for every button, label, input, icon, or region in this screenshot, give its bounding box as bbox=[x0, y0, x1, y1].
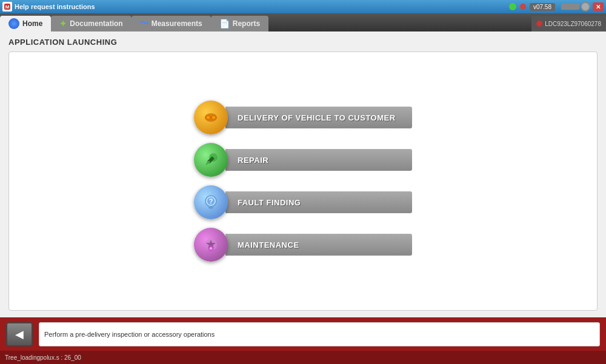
delivery-icon bbox=[194, 101, 228, 134]
svg-rect-4 bbox=[206, 116, 210, 119]
delivery-label: DELIVERY OF VEHICLE TO CUSTOMER bbox=[225, 107, 412, 128]
tab-home[interactable]: Home bbox=[0, 16, 51, 31]
maintenance-icon bbox=[194, 228, 228, 262]
version-label: v07.58 bbox=[530, 3, 555, 11]
vehicle-id: LDC923LZ97060278 bbox=[545, 21, 601, 27]
tab-home-label: Home bbox=[22, 19, 42, 28]
svg-text:?: ? bbox=[209, 197, 213, 205]
app-panel: DELIVERY OF VEHICLE TO CUSTOMER REPAIR bbox=[8, 51, 598, 311]
fault-label: FAULT FINDING bbox=[225, 191, 412, 213]
tab-reports[interactable]: 📄 Reports bbox=[211, 16, 268, 31]
tab-measurements-label: Measurements bbox=[152, 19, 202, 28]
tab-documentation[interactable]: ✦ Documentation bbox=[51, 16, 131, 31]
maintenance-label: MAINTENANCE bbox=[225, 234, 412, 256]
back-arrow-icon: ◀ bbox=[15, 328, 24, 341]
repair-icon bbox=[194, 143, 228, 177]
home-icon bbox=[8, 18, 19, 29]
tab-reports-label: Reports bbox=[233, 19, 260, 28]
status-message-box: Perform a pre-delivery inspection or acc… bbox=[39, 322, 600, 346]
tab-measurements[interactable]: 〜 Measurements bbox=[132, 16, 211, 31]
title-bar: M Help request instructions v07.58 ✕ bbox=[0, 0, 606, 13]
svg-rect-5 bbox=[211, 116, 216, 119]
section-title: APPLICATION LAUNCHING bbox=[8, 38, 598, 47]
title-bar-text: Help request instructions bbox=[15, 3, 507, 10]
vehicle-id-area: LDC923LZ97060278 bbox=[531, 16, 606, 31]
fault-icon: ? bbox=[194, 185, 228, 219]
svg-text:M: M bbox=[5, 4, 10, 10]
meas-icon: 〜 bbox=[140, 18, 148, 29]
maintenance-item[interactable]: MAINTENANCE bbox=[194, 228, 412, 262]
fault-item[interactable]: ? FAULT FINDING bbox=[194, 185, 412, 219]
status-message-text: Perform a pre-delivery inspection or acc… bbox=[44, 331, 215, 338]
status-bar-text: Tree_loadingpolux.s : 26_00 bbox=[5, 354, 81, 361]
svg-point-19 bbox=[210, 247, 212, 250]
close-button[interactable]: ✕ bbox=[593, 2, 604, 11]
tab-documentation-label: Documentation bbox=[70, 19, 122, 28]
window-controls: ✕ bbox=[593, 2, 604, 11]
app-icon: M bbox=[2, 2, 12, 12]
back-button[interactable]: ◀ bbox=[6, 322, 33, 346]
nav-bar: Home ✦ Documentation 〜 Measurements 📄 Re… bbox=[0, 13, 606, 31]
repair-label: REPAIR bbox=[225, 149, 412, 171]
rep-icon: 📄 bbox=[219, 19, 230, 28]
svg-rect-6 bbox=[210, 117, 212, 118]
vehicle-dot bbox=[536, 21, 542, 27]
bottom-bar: ◀ Perform a pre-delivery inspection or a… bbox=[0, 317, 606, 351]
alert-dot bbox=[520, 4, 526, 10]
delivery-item[interactable]: DELIVERY OF VEHICLE TO CUSTOMER bbox=[194, 101, 412, 134]
status-dot bbox=[509, 3, 516, 10]
repair-item[interactable]: REPAIR bbox=[194, 143, 412, 177]
main-content: APPLICATION LAUNCHING DELIVERY OF VEHICL… bbox=[0, 31, 606, 317]
status-bar: Tree_loadingpolux.s : 26_00 bbox=[0, 351, 606, 364]
doc-icon: ✦ bbox=[59, 19, 67, 28]
status-area: v07.58 bbox=[509, 2, 590, 12]
